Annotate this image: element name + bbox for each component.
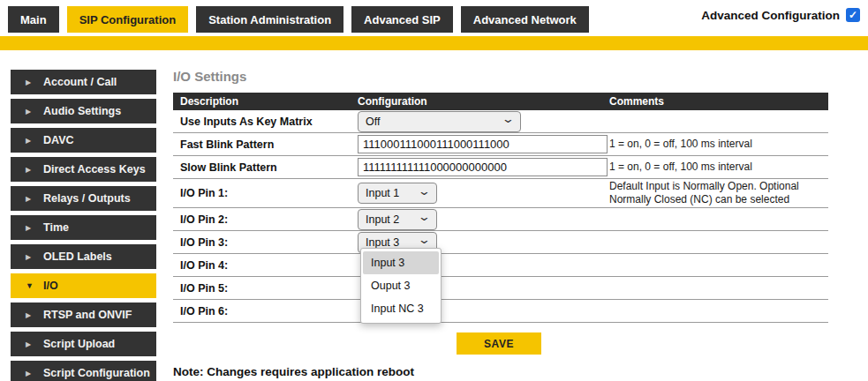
sidebar-item-label: Direct Access Keys <box>43 163 146 176</box>
sidebar-item-direct-access-keys[interactable]: ▶ Direct Access Keys <box>11 157 156 182</box>
sidebar-item-account-call[interactable]: ▶ Account / Call <box>11 70 156 94</box>
advanced-configuration-checkbox[interactable]: ✓ <box>846 8 860 22</box>
chevron-down-icon: ⌄ <box>502 113 515 124</box>
sidebar-item-label: Script Configuration <box>43 367 150 379</box>
fast-blink-pattern-input[interactable] <box>358 135 608 153</box>
tab-sip-configuration[interactable]: SIP Configuration <box>67 6 189 33</box>
tab-advanced-sip[interactable]: Advanced SIP <box>351 6 453 33</box>
reboot-note: Note: Changes requires application reboo… <box>173 365 828 378</box>
table-row: Slow Blink Pattern 1 = on, 0 = off, 100 … <box>173 156 828 179</box>
chevron-right-icon: ▶ <box>26 311 43 319</box>
row-label: I/O Pin 5: <box>173 282 358 295</box>
col-header-description: Description <box>173 95 358 108</box>
use-inputs-as-key-matrix-select[interactable]: Off ⌄ <box>358 111 521 132</box>
chevron-right-icon: ▶ <box>26 137 43 145</box>
row-label: I/O Pin 6: <box>173 305 358 318</box>
select-value: Input 2 <box>366 213 399 226</box>
row-label: Use Inputs As Key Matrix <box>173 116 358 128</box>
table-row: I/O Pin 2: Input 2 ⌄ <box>173 208 828 231</box>
sidebar-item-rtsp-onvif[interactable]: ▶ RTSP and ONVIF <box>11 303 156 327</box>
chevron-right-icon: ▶ <box>26 195 43 203</box>
tab-main[interactable]: Main <box>8 6 59 33</box>
table-header-row: Description Configuration Comments <box>173 93 828 110</box>
top-tab-bar: Main SIP Configuration Station Administr… <box>8 6 589 33</box>
row-label: I/O Pin 4: <box>173 259 358 272</box>
sidebar-item-label: DAVC <box>43 134 74 146</box>
chevron-right-icon: ▶ <box>26 370 43 377</box>
slow-blink-pattern-input[interactable] <box>358 158 608 176</box>
table-row: I/O Pin 3: Input 3 ⌄ <box>173 231 828 254</box>
chevron-down-icon: ⌄ <box>418 234 431 245</box>
sidebar-item-label: RTSP and ONVIF <box>43 309 132 321</box>
col-header-comments: Comments <box>609 95 828 108</box>
select-value: Off <box>366 116 380 128</box>
sidebar-item-label: Script Upload <box>43 338 115 350</box>
table-row: I/O Pin 6: <box>173 300 828 323</box>
sidebar-item-io[interactable]: ▼ I/O <box>11 273 156 298</box>
sidebar-item-oled-labels[interactable]: ▶ OLED Labels <box>11 244 156 269</box>
sidebar-item-label: OLED Labels <box>43 250 112 263</box>
sidebar-item-script-upload[interactable]: ▶ Script Upload <box>11 332 156 356</box>
sidebar-item-relays-outputs[interactable]: ▶ Relays / Outputs <box>11 186 156 211</box>
sidebar-item-time[interactable]: ▶ Time <box>11 215 156 240</box>
row-label: I/O Pin 3: <box>173 236 358 249</box>
chevron-right-icon: ▶ <box>26 78 43 86</box>
io-pin-3-dropdown-menu: Input 3 Ouput 3 Input NC 3 <box>360 248 442 324</box>
sidebar-item-label: Relays / Outputs <box>43 192 131 205</box>
table-row: Fast Blink Pattern 1 = on, 0 = off, 100 … <box>173 133 828 156</box>
sidebar-item-label: Audio Settings <box>43 105 121 117</box>
row-label: Fast Blink Pattern <box>173 138 358 151</box>
chevron-right-icon: ▶ <box>26 166 43 174</box>
col-header-configuration: Configuration <box>358 95 609 108</box>
table-row: Use Inputs As Key Matrix Off ⌄ <box>173 110 828 133</box>
select-value: Input 3 <box>366 236 399 249</box>
advanced-configuration-toggle: Advanced Configuration ✓ <box>701 8 860 22</box>
row-label: I/O Pin 2: <box>173 213 358 226</box>
select-value: Input 1 <box>366 187 399 199</box>
check-icon: ✓ <box>849 10 857 20</box>
chevron-right-icon: ▶ <box>26 108 43 116</box>
chevron-down-icon: ⌄ <box>418 185 431 197</box>
chevron-down-icon: ▼ <box>26 281 43 290</box>
dropdown-option-input-3[interactable]: Input 3 <box>363 251 439 274</box>
sidebar: ▶ Account / Call ▶ Audio Settings ▶ DAVC… <box>11 70 156 381</box>
table-row: I/O Pin 1: Input 1 ⌄ Default Input is No… <box>173 179 828 208</box>
row-label: I/O Pin 1: <box>173 187 358 199</box>
sidebar-item-audio-settings[interactable]: ▶ Audio Settings <box>11 99 156 123</box>
save-button[interactable]: SAVE <box>457 332 541 355</box>
sidebar-item-davc[interactable]: ▶ DAVC <box>11 128 156 153</box>
sidebar-item-label: I/O <box>43 280 58 292</box>
dropdown-option-input-nc-3[interactable]: Input NC 3 <box>363 297 439 320</box>
io-pin-2-select[interactable]: Input 2 ⌄ <box>358 209 437 230</box>
sidebar-item-label: Time <box>43 221 69 234</box>
row-label: Slow Blink Pattern <box>173 161 358 174</box>
sidebar-item-script-configuration[interactable]: ▶ Script Configuration <box>11 361 156 381</box>
io-pin-1-select[interactable]: Input 1 ⌄ <box>358 183 437 204</box>
table-row: I/O Pin 4: <box>173 254 828 277</box>
tab-advanced-network[interactable]: Advanced Network <box>461 6 589 33</box>
page-title: I/O Settings <box>173 69 828 84</box>
sidebar-item-label: Account / Call <box>43 76 117 88</box>
table-row: I/O Pin 5: <box>173 277 828 300</box>
chevron-right-icon: ▶ <box>26 224 43 232</box>
chevron-right-icon: ▶ <box>26 340 43 348</box>
dropdown-option-ouput-3[interactable]: Ouput 3 <box>363 274 439 297</box>
row-comment: Default Input is Normally Open. Optional… <box>609 180 828 206</box>
advanced-configuration-label: Advanced Configuration <box>701 9 840 22</box>
accent-divider-bar <box>0 36 868 50</box>
chevron-right-icon: ▶ <box>26 253 43 261</box>
row-comment: 1 = on, 0 = off, 100 ms interval <box>609 161 828 174</box>
tab-station-administration[interactable]: Station Administration <box>196 6 343 33</box>
main-content: I/O Settings Description Configuration C… <box>173 69 828 378</box>
row-comment: 1 = on, 0 = off, 100 ms interval <box>609 138 828 151</box>
chevron-down-icon: ⌄ <box>418 211 431 222</box>
